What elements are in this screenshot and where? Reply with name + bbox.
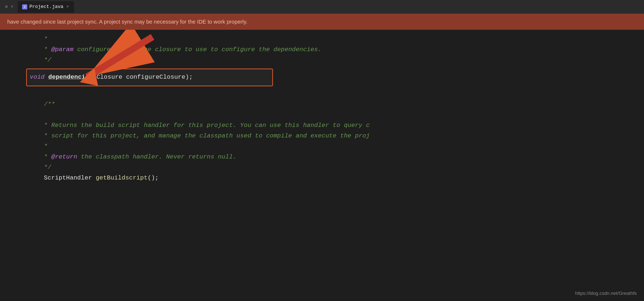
code-returns-2: * script for this project, and manage th… [29, 131, 370, 141]
code-line-close-comment: */ [29, 162, 644, 173]
code-line-1: * [29, 34, 644, 45]
code-script-handler: ScriptHandler [29, 173, 96, 184]
code-javadoc-open: /** [29, 99, 55, 110]
tab-icon-letter: J [24, 5, 26, 8]
code-editor: * * @param configureClosure the closure … [0, 30, 644, 301]
highlighted-method-block: void dependencies ( Closure configureClo… [29, 67, 273, 88]
tab-prev-label: e [5, 4, 8, 9]
code-returns-1: * Returns the build script handler for t… [29, 120, 370, 131]
warning-banner: have changed since last project sync. A … [0, 14, 644, 30]
code-line-getbuildscript: ScriptHandler getBuildscript(); [29, 173, 644, 184]
code-get-buildscript-parens: (); [147, 173, 159, 184]
code-return-text: the classpath handler. Never returns nul… [77, 152, 237, 162]
method-params: ( [93, 72, 96, 83]
tab-bar: e × J Project.java × [0, 0, 644, 14]
code-at-return: @return [51, 152, 77, 162]
method-dependencies: dependencies [48, 72, 93, 83]
code-get-buildscript: getBuildscript [96, 173, 148, 184]
tab-project-java[interactable]: J Project.java × [18, 1, 74, 13]
param-configure-closure: configureClosure [126, 72, 185, 83]
code-comment-param-text: configureClosure the closure to use to c… [73, 45, 322, 55]
java-file-icon: J [22, 4, 27, 9]
tab-prev-close[interactable]: × [10, 4, 14, 10]
code-comment-close: */ [29, 162, 51, 173]
method-close: ); [186, 72, 193, 83]
code-comment-star-1: * [29, 34, 48, 45]
tab-close[interactable]: × [66, 4, 70, 10]
code-line-2: * @param configureClosure the closure to… [29, 45, 644, 55]
space-param [122, 72, 126, 83]
space-after-void [45, 72, 48, 83]
highlighted-block-inner: void dependencies ( Closure configureClo… [26, 69, 273, 86]
code-line-star-2: * [29, 141, 644, 152]
code-line-blank-1 [29, 89, 644, 100]
code-lines: * * @param configureClosure the closure … [0, 30, 644, 188]
param-closure-type: Closure [97, 72, 122, 83]
code-line-return: * @return the classpath handler. Never r… [29, 152, 644, 162]
tab-prev[interactable]: e × [1, 1, 18, 13]
code-line-javadoc-start: /** [29, 99, 644, 110]
code-comment-param: * [29, 45, 51, 55]
code-line-returns-1: * Returns the build script handler for t… [29, 120, 644, 131]
keyword-void: void [30, 72, 45, 83]
code-comment-end: */ [29, 55, 51, 66]
code-line-blank-2 [29, 110, 644, 120]
code-comment-star-2: * [29, 141, 48, 152]
code-line-returns-2: * script for this project, and manage th… [29, 131, 644, 141]
code-return-star: * [29, 152, 51, 162]
tab-label: Project.java [29, 4, 64, 9]
code-line-highlighted: void dependencies ( Closure configureClo… [30, 72, 266, 83]
watermark-text: https://blog.csdn.net/Greathfs [575, 290, 637, 296]
code-at-param: @param [51, 45, 73, 55]
code-line-3: */ [29, 55, 644, 66]
warning-text: have changed since last project sync. A … [7, 18, 248, 26]
watermark: https://blog.csdn.net/Greathfs [575, 290, 637, 296]
